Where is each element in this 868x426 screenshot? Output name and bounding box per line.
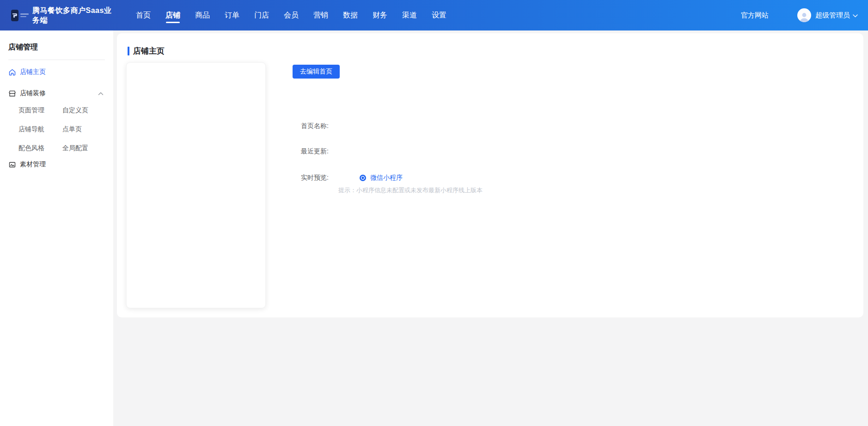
person-icon <box>798 11 810 22</box>
sidebar-item-label: 店铺主页 <box>20 68 46 76</box>
sidebar-item-shop-home[interactable]: 店铺主页 <box>0 63 113 81</box>
sidebar-sub-page-management[interactable]: 页面管理 <box>18 106 62 115</box>
brand-logo-icon <box>11 10 18 21</box>
wechat-miniprogram-radio[interactable] <box>360 175 366 181</box>
decoration-submenu: 页面管理 自定义页 店铺导航 点单页 配色风格 全局配置 <box>18 106 113 152</box>
sidebar-item-material-management[interactable]: 素材管理 <box>0 155 113 174</box>
miniprogram-preview-panel <box>126 62 266 308</box>
logo-subtext <box>20 13 29 17</box>
preview-hint: 提示：小程序信息未配置或未发布最新小程序线上版本 <box>338 186 483 195</box>
nav-item-finance[interactable]: 财务 <box>365 0 395 30</box>
sidebar-sub-order-page[interactable]: 点单页 <box>62 125 113 134</box>
home-name-label: 首页名称: <box>301 122 329 130</box>
header-right: 官方网站 超级管理员 <box>741 0 858 30</box>
nav-item-stores[interactable]: 门店 <box>247 0 276 30</box>
sidebar: 店铺管理 店铺主页 店铺装修 页面管理 自定义页 店铺导航 点单页 配色风格 全… <box>0 30 113 426</box>
user-avatar[interactable] <box>797 8 811 22</box>
sidebar-item-label: 素材管理 <box>20 160 46 169</box>
sidebar-sub-custom-page[interactable]: 自定义页 <box>62 106 113 115</box>
nav-item-data[interactable]: 数据 <box>336 0 365 30</box>
app-logo <box>11 10 29 21</box>
nav-item-channels[interactable]: 渠道 <box>395 0 424 30</box>
sidebar-sub-global-config[interactable]: 全局配置 <box>62 144 113 152</box>
nav-item-orders[interactable]: 订单 <box>217 0 247 30</box>
title-accent-bar <box>128 47 129 55</box>
shop-home-panel: 店铺主页 去编辑首页 首页名称: 最近更新: 实时预览: 微信小程序 提示：小程… <box>117 33 863 317</box>
nav-item-marketing[interactable]: 营销 <box>306 0 336 30</box>
sidebar-item-label: 店铺装修 <box>20 89 46 97</box>
edit-home-button[interactable]: 去编辑首页 <box>293 65 340 79</box>
divider <box>8 60 105 60</box>
nav-item-goods[interactable]: 商品 <box>188 0 217 30</box>
wechat-miniprogram-link[interactable]: 微信小程序 <box>370 174 403 182</box>
image-icon <box>8 161 16 169</box>
top-header: 腾马餐饮多商户Saas业务端 首页 店铺 商品 订单 门店 会员 营销 数据 财… <box>0 0 868 30</box>
chevron-down-icon[interactable] <box>853 11 858 19</box>
last-update-row: 最近更新: <box>301 147 329 156</box>
sidebar-sub-color-style[interactable]: 配色风格 <box>18 144 62 152</box>
nav-item-members[interactable]: 会员 <box>276 0 306 30</box>
last-update-label: 最近更新: <box>301 147 329 156</box>
user-name[interactable]: 超级管理员 <box>815 11 850 20</box>
official-site-link[interactable]: 官方网站 <box>741 11 769 20</box>
sidebar-title: 店铺管理 <box>0 30 113 52</box>
page-title: 店铺主页 <box>133 46 165 56</box>
sidebar-sub-shop-navigation[interactable]: 店铺导航 <box>18 125 62 134</box>
realtime-preview-row: 实时预览: 微信小程序 <box>301 174 403 182</box>
chevron-up-icon[interactable] <box>98 90 104 97</box>
section-title-row: 店铺主页 <box>128 46 165 56</box>
nav-item-settings[interactable]: 设置 <box>424 0 454 30</box>
storefront-icon <box>8 90 16 97</box>
nav-item-home[interactable]: 首页 <box>128 0 158 30</box>
sidebar-item-shop-decoration[interactable]: 店铺装修 <box>0 84 113 103</box>
app-title: 腾马餐饮多商户Saas业务端 <box>32 6 116 25</box>
main-nav: 首页 店铺 商品 订单 门店 会员 营销 数据 财务 渠道 设置 <box>128 0 454 30</box>
nav-item-shop[interactable]: 店铺 <box>158 0 188 30</box>
preview-label: 实时预览: <box>301 174 329 182</box>
home-name-row: 首页名称: <box>301 122 329 130</box>
home-icon <box>8 68 16 76</box>
